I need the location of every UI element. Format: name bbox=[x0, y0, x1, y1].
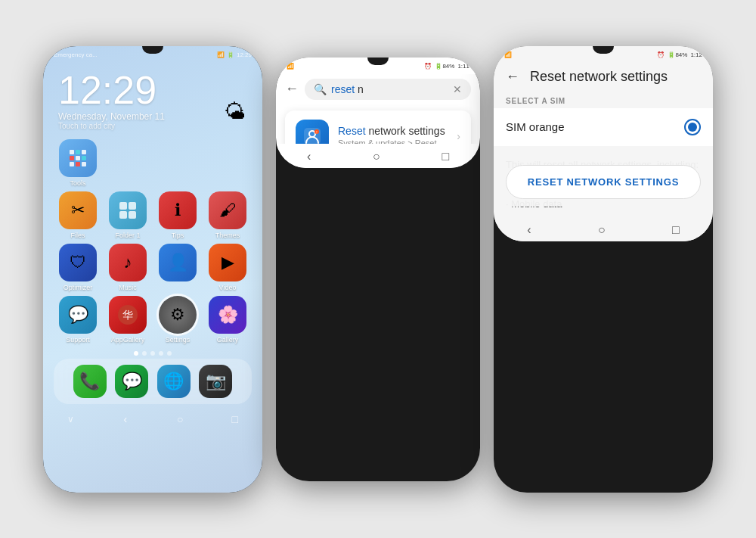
nav-home-icon[interactable]: ○ bbox=[172, 412, 187, 427]
app-item-files[interactable]: ✂ Files bbox=[55, 191, 101, 239]
app-label-settings: Settings bbox=[166, 336, 191, 344]
battery-icon: 🔋 bbox=[227, 51, 234, 58]
search-input[interactable]: reset n bbox=[331, 83, 448, 95]
result-chevron-icon: › bbox=[457, 130, 460, 142]
app-item-tools[interactable]: Tools bbox=[55, 139, 101, 187]
search-query-rest: n bbox=[358, 83, 364, 95]
status-emergency: Emergency ca... bbox=[54, 51, 98, 58]
battery-2: 🔋84% bbox=[435, 63, 454, 70]
phone-1-home: Emergency ca... 📶 🔋 12:29 12:29 Wednesda… bbox=[43, 46, 262, 493]
app-item-folder1[interactable]: Folder 1 bbox=[105, 191, 150, 239]
nav-back-icon[interactable]: ‹ bbox=[118, 412, 133, 427]
nav2-back-icon[interactable]: ‹ bbox=[307, 150, 311, 163]
search-back-button[interactable]: ← bbox=[285, 81, 299, 97]
nav3-recent-icon[interactable]: □ bbox=[672, 223, 680, 237]
dot-4 bbox=[159, 351, 163, 356]
search-box[interactable]: 🔍 reset n ✕ bbox=[305, 79, 471, 100]
svg-text:!: ! bbox=[316, 130, 317, 135]
status-time-1: 12:29 bbox=[237, 51, 252, 58]
page-dots bbox=[43, 351, 262, 356]
settings-header: ← Reset network settings bbox=[494, 63, 713, 92]
app-item-support[interactable]: 💬 Support bbox=[55, 296, 101, 344]
nav3-home-icon[interactable]: ○ bbox=[598, 223, 606, 237]
status-right-1: 📶 🔋 12:29 bbox=[217, 51, 252, 58]
dock-messages[interactable]: 💬 bbox=[115, 365, 148, 398]
app-label-themes: Themes bbox=[215, 232, 240, 239]
app-label-folder1: Folder 1 bbox=[115, 232, 140, 239]
nav-bar-3: ‹ ○ □ bbox=[494, 217, 713, 241]
app-label-support: Support bbox=[66, 336, 90, 344]
nav-recent-icon[interactable]: □ bbox=[228, 412, 243, 427]
status-right-3: ⏰ 🔋84% 1:12 bbox=[657, 51, 702, 58]
result-title-highlight: Reset bbox=[338, 125, 366, 137]
dot-5 bbox=[167, 351, 172, 356]
search-clear-button[interactable]: ✕ bbox=[453, 83, 462, 95]
dot-3 bbox=[150, 351, 155, 356]
status-signal-2: 📶 bbox=[287, 63, 294, 70]
nav-bar-1: ∨ ‹ ○ □ bbox=[43, 406, 262, 431]
status-time-3: 1:12 bbox=[690, 51, 702, 58]
dot-2 bbox=[142, 351, 147, 356]
search-icon: 🔍 bbox=[314, 83, 327, 95]
home-city: Touch to add city bbox=[58, 122, 247, 130]
app-label-optimizer: Optimizer bbox=[64, 284, 93, 291]
radio-inner bbox=[688, 123, 697, 132]
nav2-recent-icon[interactable]: □ bbox=[442, 150, 449, 163]
app-label-tools: Tools bbox=[70, 179, 85, 187]
app-item-gallery[interactable]: 🌸 Gallery bbox=[205, 296, 250, 344]
reset-network-button[interactable]: RESET NETWORK SETTINGS bbox=[506, 165, 701, 199]
dot-1 bbox=[134, 351, 138, 356]
dock-camera[interactable]: 📷 bbox=[199, 365, 232, 398]
home-date: Wednesday, November 11 bbox=[58, 111, 247, 122]
result-title: Reset network settings bbox=[338, 125, 448, 137]
app-label-tips: Tips bbox=[172, 232, 184, 239]
phone-2-search: 📶 ⏰ 🔋84% 1:11 ← 🔍 reset n ✕ bbox=[276, 58, 480, 481]
nav-down-icon[interactable]: ∨ bbox=[63, 412, 78, 427]
search-header: ← 🔍 reset n ✕ bbox=[276, 74, 480, 104]
weather-icon: 🌤 bbox=[225, 99, 246, 124]
nav-bar-2: ‹ ○ □ bbox=[276, 144, 480, 168]
app-item-appgallery[interactable]: 华 AppGallery bbox=[105, 296, 150, 344]
dock: 📞 💬 🌐 📷 bbox=[54, 359, 252, 404]
alarm-icon-3: ⏰ bbox=[657, 51, 665, 58]
phone-3-settings: 📶 ⏰ 🔋84% 1:12 ← Reset network settings S… bbox=[494, 46, 713, 493]
app-item-tips[interactable]: ℹ Tips bbox=[155, 191, 200, 239]
signal-icon: 📶 bbox=[217, 51, 225, 58]
app-item-optimizer[interactable]: 🛡 Optimizer bbox=[55, 244, 101, 291]
app-label-files: Files bbox=[70, 232, 85, 239]
app-item-themes[interactable]: 🖌 Themes bbox=[205, 191, 250, 239]
sim-row[interactable]: SIM orange bbox=[494, 108, 713, 146]
app-label-video: Video bbox=[219, 284, 237, 291]
result-title-rest: network settings bbox=[368, 125, 445, 137]
app-label-music: Music bbox=[119, 284, 137, 291]
status-right-2: ⏰ 🔋84% 1:11 bbox=[424, 63, 469, 70]
dock-browser[interactable]: 🌐 bbox=[157, 365, 191, 398]
settings-back-button[interactable]: ← bbox=[506, 69, 519, 85]
battery-3: 🔋84% bbox=[668, 51, 687, 58]
radio-selected[interactable] bbox=[684, 119, 701, 135]
sim-section-label: SELECT A SIM bbox=[494, 92, 713, 108]
alarm-icon: ⏰ bbox=[424, 63, 432, 70]
dock-phone[interactable]: 📞 bbox=[73, 365, 107, 398]
app-item-music[interactable]: ♪ Music bbox=[105, 244, 150, 291]
app-label-gallery: Gallery bbox=[217, 336, 239, 344]
app-item-video[interactable]: ▶ Video bbox=[205, 244, 250, 291]
spacer1 bbox=[105, 139, 150, 187]
svg-text:华: 华 bbox=[122, 309, 133, 321]
spacer2 bbox=[155, 139, 200, 187]
search-query-highlight: reset bbox=[331, 83, 358, 95]
sim-name: SIM orange bbox=[506, 120, 565, 133]
app-item-contacts[interactable]: 👤 bbox=[155, 244, 200, 291]
app-label-appgallery: AppGallery bbox=[111, 336, 145, 344]
home-clock: 12:29 bbox=[58, 70, 247, 110]
status-signal-3: 📶 bbox=[504, 51, 512, 58]
app-item-settings[interactable]: ⚙ Settings bbox=[155, 296, 200, 344]
reset-button-container: RESET NETWORK SETTINGS bbox=[494, 157, 713, 207]
status-time-2: 1:11 bbox=[457, 63, 469, 70]
app-grid-1: Tools ✂ Files Folder bbox=[43, 135, 262, 348]
nav3-back-icon[interactable]: ‹ bbox=[527, 223, 531, 237]
settings-title: Reset network settings bbox=[530, 69, 668, 85]
nav2-home-icon[interactable]: ○ bbox=[373, 150, 380, 163]
spacer3 bbox=[205, 139, 250, 187]
